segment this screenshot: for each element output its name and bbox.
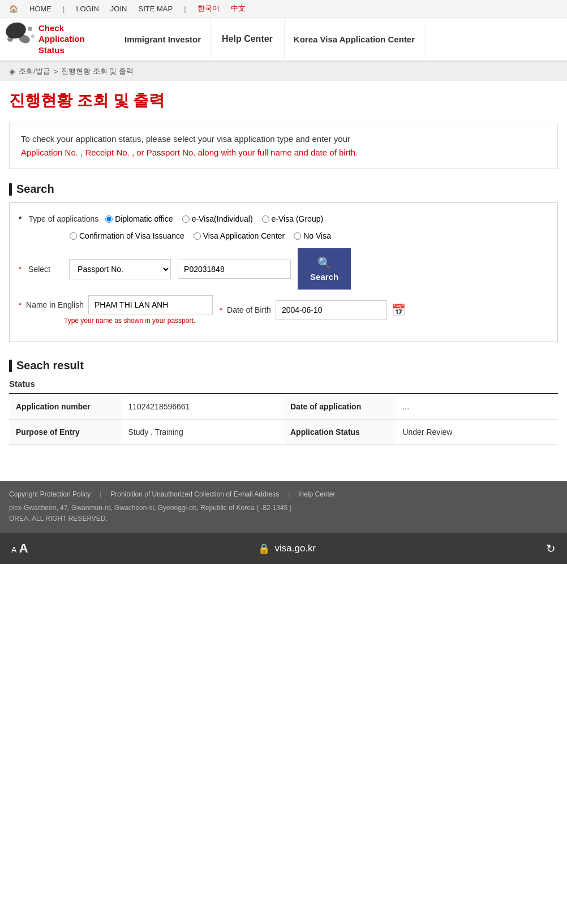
results-table: Application number 11024218596661 Date o… bbox=[9, 393, 558, 445]
radio-confirmation-label: Confirmation of Visa Issuance bbox=[79, 231, 184, 240]
font-small-label[interactable]: A bbox=[11, 545, 16, 554]
nav-help-center[interactable]: Help Center bbox=[211, 18, 285, 61]
table-row-app-number: Application number 11024218596661 Date o… bbox=[9, 394, 558, 420]
required-marker-select: * bbox=[19, 265, 22, 273]
type-label: Type of applications bbox=[28, 214, 98, 223]
footer-addr-text: plex-Gwacheon, 47, Gwanmun-ro, Gwacheon-… bbox=[9, 504, 259, 512]
type-of-applications-row: * Type of applications Diplomatic office… bbox=[19, 214, 548, 223]
radio-confirmation-input[interactable] bbox=[70, 232, 77, 240]
dob-input[interactable] bbox=[276, 300, 387, 319]
radio-visa-app-center-label: Visa Application Center bbox=[203, 231, 285, 240]
table-row-purpose: Purpose of Entry Study . Training Applic… bbox=[9, 420, 558, 445]
radio-evisa-individual-input[interactable] bbox=[182, 215, 190, 223]
font-large-label[interactable]: A bbox=[19, 541, 28, 555]
nav-sitemap[interactable]: SITE MAP bbox=[138, 5, 173, 13]
breadcrumb-part2: 진행현황 조회 및 출력 bbox=[61, 66, 134, 76]
required-marker-type: * bbox=[19, 214, 22, 223]
search-icon: 🔍 bbox=[317, 256, 332, 270]
name-input[interactable] bbox=[88, 295, 213, 314]
radio-evisa-individual[interactable]: e-Visa(Individual) bbox=[182, 214, 253, 223]
site-logo: Check Application Status bbox=[5, 18, 106, 61]
nav-menu: Immigrant Investor Help Center Korea Vis… bbox=[115, 18, 562, 61]
results-section-bar bbox=[9, 360, 12, 372]
radio-evisa-group-label: e-Visa (Group) bbox=[272, 214, 324, 223]
breadcrumb-icon: ◈ bbox=[9, 67, 15, 76]
dob-label: Date of Birth bbox=[227, 305, 271, 314]
logo-text[interactable]: Check Application Status bbox=[38, 23, 106, 56]
radio-diplomatic-label: Diplomatic office bbox=[115, 214, 173, 223]
type-select[interactable]: Passport No. Application No. Receipt No. bbox=[69, 259, 171, 279]
radio-no-visa-label: No Visa bbox=[303, 231, 331, 240]
info-box: To check your application status, please… bbox=[9, 123, 558, 169]
reload-icon[interactable]: ↻ bbox=[546, 542, 556, 555]
radio-confirmation[interactable]: Confirmation of Visa Issuance bbox=[70, 231, 184, 240]
top-navigation: 🏠 HOME | LOGIN JOIN SITE MAP | 한국어 中文 bbox=[0, 0, 567, 18]
dob-group: * Date of Birth 📅 bbox=[220, 300, 406, 319]
radio-visa-app-center[interactable]: Visa Application Center bbox=[194, 231, 285, 240]
main-navigation: Check Application Status Immigrant Inves… bbox=[0, 18, 567, 62]
svg-point-2 bbox=[7, 36, 13, 42]
footer-links: Copyright Protection Policy | Prohibitio… bbox=[9, 490, 558, 498]
breadcrumb-part1[interactable]: 조회/발급 bbox=[19, 66, 50, 76]
radio-diplomatic[interactable]: Diplomatic office bbox=[105, 214, 173, 223]
breadcrumb: ◈ 조회/발급 > 진행현황 조회 및 출력 bbox=[0, 62, 567, 81]
url-text[interactable]: visa.go.kr bbox=[274, 543, 316, 554]
home-icon[interactable]: 🏠 bbox=[9, 5, 18, 13]
results-section-header: Seach result bbox=[9, 359, 558, 372]
page-title: 진행현황 조회 및 출력 bbox=[9, 90, 558, 111]
select-label: Select bbox=[28, 265, 62, 274]
browser-bar: A A 🔒 visa.go.kr ↻ bbox=[0, 533, 567, 564]
results-section: Seach result Status Application number 1… bbox=[9, 359, 558, 445]
font-size-control[interactable]: A A bbox=[11, 541, 28, 556]
app-status-value: Under Review bbox=[396, 420, 558, 445]
info-line2: Application No. , Receipt No. , or Passp… bbox=[21, 148, 358, 157]
nav-korea-visa[interactable]: Korea Visa Application Center bbox=[285, 18, 424, 61]
radio-row-2: Confirmation of Visa Issuance Visa Appli… bbox=[19, 231, 548, 240]
svg-point-4 bbox=[31, 34, 35, 38]
radio-visa-app-center-input[interactable] bbox=[194, 232, 201, 240]
breadcrumb-separator: > bbox=[54, 67, 58, 76]
footer-phone: -82-1345 ) bbox=[260, 504, 291, 512]
footer-copyright: OREA. ALL RIGHT RESERVED. bbox=[9, 515, 108, 523]
radio-diplomatic-input[interactable] bbox=[105, 215, 113, 223]
purpose-label: Purpose of Entry bbox=[9, 420, 121, 445]
radio-no-visa-input[interactable] bbox=[294, 232, 301, 240]
radio-group-top: Diplomatic office e-Visa(Individual) e-V… bbox=[105, 214, 323, 223]
footer-link-help[interactable]: Help Center bbox=[299, 490, 335, 498]
purpose-value: Study . Training bbox=[121, 420, 284, 445]
svg-point-3 bbox=[28, 27, 32, 31]
footer: Copyright Protection Policy | Prohibitio… bbox=[0, 481, 567, 533]
radio-evisa-group-input[interactable] bbox=[262, 215, 269, 223]
logo-ink-splash bbox=[5, 22, 38, 56]
radio-evisa-individual-label: e-Visa(Individual) bbox=[192, 214, 253, 223]
section-bar-icon bbox=[9, 183, 12, 196]
url-bar[interactable]: 🔒 visa.go.kr bbox=[258, 543, 316, 555]
lang-chinese[interactable]: 中文 bbox=[231, 3, 246, 14]
lang-korean[interactable]: 한국어 bbox=[197, 3, 220, 14]
app-status-label: Application Status bbox=[284, 420, 396, 445]
search-section-header: Search bbox=[9, 183, 558, 196]
status-label: Status bbox=[9, 379, 558, 388]
passport-input[interactable] bbox=[178, 260, 291, 279]
radio-no-visa[interactable]: No Visa bbox=[294, 231, 331, 240]
radio-evisa-group[interactable]: e-Visa (Group) bbox=[262, 214, 324, 223]
select-passport-row: * Select Passport No. Application No. Re… bbox=[19, 248, 548, 290]
required-marker-name: * bbox=[19, 301, 22, 309]
footer-link-copyright[interactable]: Copyright Protection Policy bbox=[9, 490, 91, 498]
calendar-icon[interactable]: 📅 bbox=[392, 303, 406, 317]
required-marker-dob: * bbox=[220, 306, 222, 314]
nav-join[interactable]: JOIN bbox=[110, 5, 127, 13]
nav-immigrant-investor[interactable]: Immigrant Investor bbox=[115, 18, 211, 61]
nav-login[interactable]: LOGIN bbox=[76, 5, 98, 13]
footer-address: plex-Gwacheon, 47, Gwanmun-ro, Gwacheon-… bbox=[9, 503, 558, 524]
name-dob-row: * Name in English Type your name as show… bbox=[19, 295, 548, 325]
name-group: * Name in English Type your name as show… bbox=[19, 295, 213, 325]
app-number-label: Application number bbox=[9, 394, 121, 420]
search-button[interactable]: 🔍 Search bbox=[298, 248, 351, 290]
search-button-label: Search bbox=[310, 272, 338, 282]
date-app-label: Date of application bbox=[284, 394, 396, 420]
nav-home[interactable]: HOME bbox=[29, 5, 51, 13]
page-content: 진행현황 조회 및 출력 To check your application s… bbox=[0, 81, 567, 459]
footer-link-prohibition[interactable]: Prohibition of Unauthorized Collection o… bbox=[110, 490, 279, 498]
radio-group-bottom: Confirmation of Visa Issuance Visa Appli… bbox=[70, 231, 331, 240]
